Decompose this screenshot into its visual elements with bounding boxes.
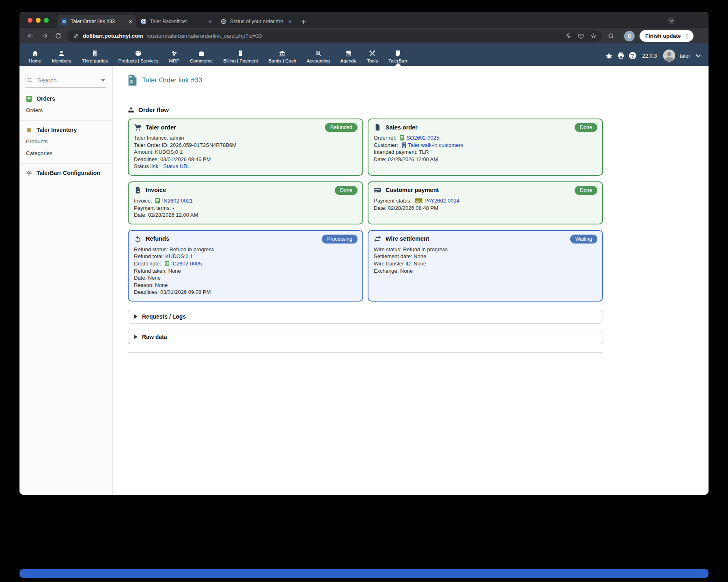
main-content: $ Taler Order link #33 Order flow Taler … (113, 66, 709, 495)
sidebar-divider (19, 163, 112, 164)
sidebar-item-orders[interactable]: Orders (19, 104, 112, 116)
forward-icon[interactable] (38, 32, 50, 39)
nav-item-tools[interactable]: Tools (362, 50, 383, 63)
help-icon[interactable]: ? (629, 52, 636, 59)
browser-tab[interactable]: Status of your order forOrder× (216, 15, 296, 28)
nav-item-accounting[interactable]: Accounting (302, 50, 335, 63)
nav-item-home[interactable]: Home (24, 50, 47, 63)
mini-company-icon (402, 142, 406, 148)
sidebar-section-talerbarr-configuration[interactable]: TalerBarr Configuration (19, 164, 112, 179)
minimize-window-button[interactable] (36, 18, 41, 23)
card-line: Payment terms: - (134, 205, 357, 212)
user-menu-chevron-icon[interactable] (695, 52, 702, 59)
browser-menu-dots-icon[interactable] (684, 33, 690, 39)
reload-icon[interactable] (52, 32, 64, 39)
install-icon[interactable] (578, 33, 584, 39)
accordion-raw-data[interactable]: Raw data (128, 330, 603, 344)
navbar-right: ? 22.0.3 taler (605, 50, 702, 63)
search-dollar-icon (315, 50, 322, 57)
gear-icon (26, 170, 32, 176)
card-link[interactable]: PAY2602-0024 (424, 197, 459, 205)
fullscreen-window-button[interactable] (44, 18, 49, 23)
card-title: Refunds (146, 235, 169, 242)
browser-tab[interactable]: DTaler Order link #33× (57, 15, 136, 28)
mini-sheet-green-icon (165, 261, 169, 266)
nav-item-billing-payment[interactable]: Billing | Payment (218, 50, 263, 63)
browser-tab[interactable]: Taler Backoffice:× (136, 15, 216, 28)
search-input[interactable] (37, 76, 97, 84)
print-icon[interactable] (617, 52, 625, 59)
card-header-invoice: Invoice (134, 186, 357, 194)
card-header-sales-order: Sales order (374, 123, 597, 131)
svg-text:D: D (62, 19, 66, 24)
side-doc-green-icon (26, 96, 32, 102)
accordion-arrow-icon (134, 315, 138, 319)
page-head: $ Taler Order link #33 (128, 75, 709, 86)
extensions-puzzle-icon[interactable] (608, 33, 614, 39)
card-line: Date: 02/28/2026 08:48 PM (374, 205, 597, 212)
nav-item-third-parties[interactable]: Third parties (77, 50, 113, 63)
finish-update-label: Finish update (645, 33, 681, 39)
username-label[interactable]: taler (680, 53, 690, 59)
tab-close-icon[interactable]: × (127, 18, 134, 25)
card-link[interactable]: Taler walk-in customers (408, 142, 463, 149)
tools-icon (369, 50, 376, 57)
nav-item-agenda[interactable]: Agenda (335, 50, 362, 63)
site-settings-icon[interactable] (73, 33, 79, 39)
person-icon (58, 50, 65, 57)
card-line: Date: 02/28/2026 12:00 AM (134, 211, 357, 219)
bank-icon (279, 50, 286, 57)
new-tab-button[interactable]: + (296, 17, 311, 28)
close-window-button[interactable] (28, 18, 32, 23)
nav-item-products-services[interactable]: Products | Services (113, 50, 164, 63)
mini-card-yellow-icon (415, 198, 422, 203)
card-line-text: Date: None (134, 274, 161, 282)
sidebar-section-orders[interactable]: Orders (19, 90, 112, 104)
card-header-customer-payment: Customer payment (374, 186, 597, 194)
sidebar-search[interactable] (26, 74, 106, 88)
card-line: Amount: KUDOS:0.1 (134, 149, 357, 156)
file-invoice-icon (134, 186, 142, 194)
nav-item-members[interactable]: Members (47, 50, 77, 63)
accordion-requests-logs[interactable]: Requests / Logs (128, 310, 603, 324)
card-link[interactable]: SO2602-0025 (406, 134, 439, 142)
nav-item-talerbarr[interactable]: TalerBarr (383, 50, 413, 63)
card-link[interactable]: IC2602-0005 (171, 260, 202, 267)
profile-avatar[interactable]: B (624, 31, 635, 41)
card-link[interactable]: Status URL (163, 163, 190, 170)
svg-text:$: $ (130, 79, 133, 84)
tab-title: Taler Order link #33 (71, 19, 124, 24)
user-avatar[interactable] (663, 50, 675, 62)
tab-search-chevron-icon[interactable] (668, 17, 675, 24)
nav-item-commerce[interactable]: Commerce (185, 50, 218, 63)
card-line: Wire status: Refund in progress (374, 246, 597, 253)
toolbar-right: B Finish update (605, 30, 694, 42)
address-bar[interactable]: dolibarr.potuzhnyi.com/custom/talerbarr/… (67, 30, 602, 42)
sidebar-item-categories[interactable]: Categories (19, 147, 112, 159)
calendar-icon (345, 50, 352, 57)
mic-off-icon[interactable] (565, 33, 571, 39)
tab-title: Taler Backoffice: (150, 19, 203, 24)
card-link[interactable]: IN2602-0021 (162, 197, 193, 205)
nav-item-mrp[interactable]: MRP (164, 50, 185, 63)
card-header-taler-order: Taler order (134, 123, 357, 131)
sidebar-section-title: Taler Inventory (37, 127, 77, 133)
sidebar-item-products[interactable]: Products (19, 136, 112, 147)
dolibarr-navbar: HomeMembersThird partiesProducts | Servi… (19, 43, 709, 66)
card-line-text: Refund status: Refund in progress (134, 246, 214, 253)
bookmark-star-icon[interactable] (590, 33, 597, 39)
card-line: Status link: Status URL (134, 163, 357, 170)
finish-update-button[interactable]: Finish update (640, 30, 694, 42)
tab-close-icon[interactable]: × (207, 18, 213, 25)
back-icon[interactable] (24, 32, 37, 39)
sidebar-section-taler-inventory[interactable]: Taler Inventory (19, 121, 112, 136)
toolbar-separator (619, 32, 619, 40)
card-sales-order: Sales orderDoneOrder ref: SO2602-0025Cus… (368, 119, 603, 176)
card-line-text: Payment status: (374, 197, 413, 205)
card-refunds: RefundsProcessingRefund status: Refund i… (128, 230, 363, 302)
bug-icon[interactable] (605, 52, 613, 59)
card-line: Reason: None (134, 282, 357, 289)
search-dropdown-caret-icon[interactable] (101, 79, 105, 82)
nav-item-banks-cash[interactable]: Banks | Cash (263, 50, 302, 63)
tab-close-icon[interactable]: × (286, 18, 293, 25)
